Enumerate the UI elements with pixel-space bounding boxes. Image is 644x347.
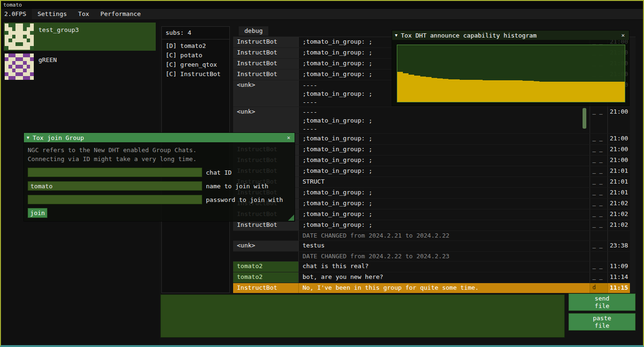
chat-message: ;tomato_in_group: ; xyxy=(299,209,590,220)
chat-timestamp: 21:01 xyxy=(607,166,630,177)
join-name-label: name to join with xyxy=(206,183,268,190)
close-icon[interactable]: ✕ xyxy=(620,32,626,39)
menu-item-settings[interactable]: Settings xyxy=(32,9,73,19)
histogram-bar xyxy=(420,77,426,102)
menu-item-tox[interactable]: Tox xyxy=(73,9,95,19)
menu-bar: 2.0FPS Settings Tox Performance xyxy=(1,9,643,20)
join-name-input[interactable] xyxy=(28,181,202,191)
chat-timestamp: 21:01 xyxy=(607,177,630,187)
chat-status-flags: _ _ xyxy=(590,145,607,155)
chat-status-flags xyxy=(590,231,607,240)
collapse-icon[interactable]: ▼ xyxy=(395,33,397,38)
histogram-bar xyxy=(488,80,494,102)
histogram-bar xyxy=(432,78,437,102)
chat-sender: <unk> xyxy=(233,107,299,133)
histogram-bar xyxy=(443,79,448,102)
chat-status-flags: _ _ xyxy=(590,262,607,272)
chat-sender: InstructBot xyxy=(233,37,299,47)
histogram-bar xyxy=(414,76,420,102)
histogram-bar xyxy=(619,82,625,102)
chat-message: ;tomato_in_group: ; xyxy=(299,155,590,166)
member-item[interactable]: [D] tomato2 xyxy=(162,41,229,51)
chat-message: DATE CHANGED from 2024.2.21 to 2024.2.22 xyxy=(299,231,590,240)
histogram-bar xyxy=(551,82,556,102)
chat-row[interactable]: InstructBot;tomato_in_group: ;_ _21:02 xyxy=(233,220,630,231)
chat-timestamp xyxy=(607,252,630,261)
message-input[interactable] xyxy=(161,295,564,337)
sidebar-item-test-group3[interactable]: test_group3 xyxy=(4,23,156,51)
chat-status-flags: _ _ xyxy=(590,134,607,144)
chat-sender: tomato2 xyxy=(233,262,299,272)
member-item[interactable]: [C] green_qtox xyxy=(162,60,229,69)
join-button[interactable]: join xyxy=(28,208,47,218)
histogram-bar xyxy=(471,80,477,102)
menu-item-performance[interactable]: Performance xyxy=(95,9,146,19)
histogram-bar xyxy=(608,82,614,102)
join-password-label: password to join with xyxy=(206,196,283,203)
histogram-bar xyxy=(500,80,505,102)
chat-scrollbar[interactable] xyxy=(630,37,636,293)
chat-message: ----;tomato_in_group: ;---- xyxy=(299,107,590,133)
chat-timestamp: 11:15 xyxy=(607,283,630,293)
chat-id-input[interactable] xyxy=(28,168,202,177)
paste-file-button[interactable]: paste file xyxy=(568,313,636,331)
join-name-row: name to join with xyxy=(28,181,291,191)
chat-sender: InstructBot xyxy=(233,59,299,69)
chat-row[interactable]: DATE CHANGED from 2024.2.21 to 2024.2.22 xyxy=(233,231,630,241)
histogram-window-titlebar[interactable]: ▼ Tox DHT announce capability histogram … xyxy=(392,31,629,40)
histogram-bar xyxy=(448,79,454,102)
chat-sender: InstructBot xyxy=(233,283,299,293)
histogram-bar xyxy=(454,79,460,102)
chat-timestamp: 21:00 xyxy=(607,145,630,155)
chat-message: ;tomato_in_group: ; xyxy=(299,199,590,209)
collapse-icon[interactable]: ▼ xyxy=(27,135,29,140)
histogram-bar xyxy=(568,82,574,102)
app-window: tomato 2.0FPS Settings Tox Performance t… xyxy=(0,0,644,347)
chat-timestamp: 21:00 xyxy=(607,107,630,133)
histogram-bar xyxy=(437,78,443,102)
chat-message: chat is this real? xyxy=(299,262,590,272)
chat-timestamp: 21:02 xyxy=(607,199,630,209)
histogram-bar xyxy=(397,72,403,102)
join-password-input[interactable] xyxy=(28,195,202,204)
send-file-button[interactable]: send file xyxy=(568,293,636,311)
join-desc-line2: Connecting via ID might take a very long… xyxy=(28,154,291,163)
chat-status-flags: _ _ xyxy=(590,241,607,251)
tab-debug[interactable]: debug xyxy=(239,26,268,36)
chat-message: ;tomato_in_group: ; xyxy=(299,166,590,177)
chat-status-flags xyxy=(590,252,607,261)
close-icon[interactable]: ✕ xyxy=(286,134,292,141)
histogram-bar xyxy=(426,77,432,102)
sidebar-item-green[interactable]: gREEN xyxy=(4,53,156,81)
chat-row[interactable]: tomato2bot, are you new here?_ _11:14 xyxy=(233,272,630,283)
chat-row[interactable]: InstructBotNo, I've been in this group f… xyxy=(233,283,630,293)
resize-grip[interactable] xyxy=(288,215,294,221)
chat-row[interactable]: <unk>testus_ _23:38 xyxy=(233,241,630,252)
histogram-bar xyxy=(574,82,579,102)
chat-status-flags: _ _ xyxy=(590,209,607,220)
chat-row[interactable]: DATE CHANGED from 2024.2.22 to 2024.2.23 xyxy=(233,252,630,262)
histogram-window-title: Tox DHT announce capability histogram xyxy=(401,32,537,39)
chat-id-row: chat ID xyxy=(28,168,291,177)
histogram-bar xyxy=(466,80,471,102)
histogram-bar xyxy=(579,82,585,102)
chat-row[interactable]: <unk>----;tomato_in_group: ;----_ _21:00 xyxy=(233,107,630,134)
histogram-plot xyxy=(397,45,625,102)
chat-id-label: chat ID xyxy=(206,169,232,176)
scrollbar-thumb[interactable] xyxy=(583,108,586,129)
chat-sender: <unk> xyxy=(233,80,299,107)
message-compose-box xyxy=(160,294,565,338)
chat-timestamp: 21:01 xyxy=(607,188,630,198)
chat-message: DATE CHANGED from 2024.2.22 to 2024.2.23 xyxy=(299,252,590,261)
histogram-bar xyxy=(562,82,568,102)
member-item[interactable]: [C] potato xyxy=(162,51,229,60)
member-item[interactable]: [C] InstructBot xyxy=(162,69,229,79)
window-titlebar: tomato xyxy=(1,1,643,9)
chat-row[interactable]: tomato2chat is this real?_ _11:09 xyxy=(233,262,630,272)
chat-sender: InstructBot xyxy=(233,69,299,80)
histogram-bar xyxy=(523,81,528,102)
histogram-bar xyxy=(534,81,539,102)
join-window-titlebar[interactable]: ▼ Tox join Group ✕ xyxy=(24,133,295,142)
histogram-bar xyxy=(596,82,602,102)
chat-timestamp: 21:00 xyxy=(607,134,630,144)
